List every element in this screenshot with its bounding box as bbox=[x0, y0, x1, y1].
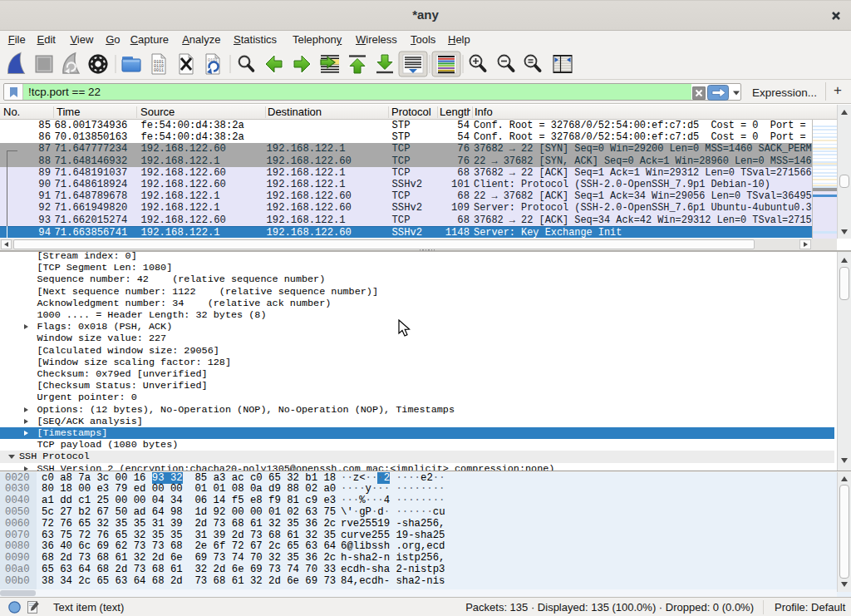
svg-text:0011: 0011 bbox=[154, 68, 164, 73]
